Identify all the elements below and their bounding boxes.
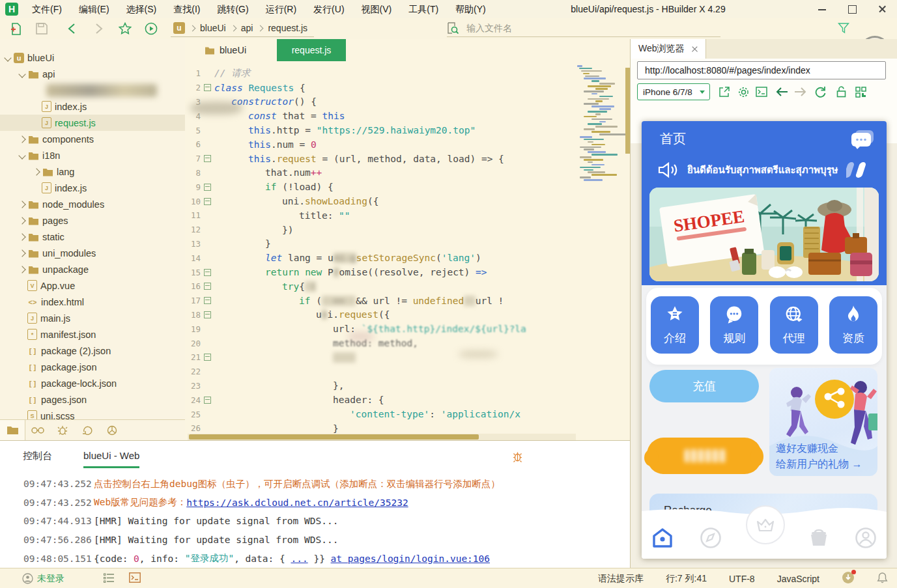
- tree-item-pages[interactable]: pages: [0, 212, 185, 229]
- editor-vertical-scrollbar[interactable]: [625, 68, 630, 154]
- tree-item-package.json[interactable]: [ ]package.json: [0, 359, 185, 375]
- fold-marker-icon[interactable]: [203, 283, 212, 290]
- announcement-bar[interactable]: ยินดีต้อนรับสุภาพสตรีและสุภาพบุรุษจา: [657, 158, 872, 182]
- code-area[interactable]: 1// 请求2class Requests {3constructor() {4…: [185, 61, 630, 434]
- line-number[interactable]: 22: [185, 367, 203, 376]
- menu-工具T[interactable]: 工具(T): [400, 0, 447, 18]
- menu-运行R[interactable]: 运行(R): [257, 0, 305, 18]
- run-icon[interactable]: [143, 21, 159, 36]
- line-number[interactable]: 26: [185, 423, 203, 433]
- tree-item-static[interactable]: static: [0, 229, 185, 245]
- fold-marker-icon[interactable]: [203, 184, 212, 191]
- tab-profile-icon[interactable]: [853, 525, 879, 551]
- tree-item-uni_modules[interactable]: uni_modules: [0, 245, 185, 261]
- tab-vip-icon[interactable]: [746, 505, 785, 544]
- refresh-icon[interactable]: [813, 85, 827, 99]
- line-number[interactable]: 20: [185, 339, 203, 348]
- line-number[interactable]: 21: [185, 352, 203, 362]
- line-number[interactable]: 14: [185, 253, 203, 263]
- recharge-button[interactable]: 充值: [649, 370, 759, 402]
- qrcode-icon[interactable]: [853, 85, 868, 99]
- chevron-open-icon[interactable]: [18, 152, 25, 159]
- bookmark-star-icon[interactable]: [117, 21, 133, 36]
- nav-button-代理[interactable]: 代理: [770, 296, 818, 354]
- tree-item-uni.scss[interactable]: Suni.scss: [0, 408, 185, 420]
- line-number[interactable]: 4: [185, 111, 203, 121]
- chevron-closed-icon[interactable]: [18, 266, 25, 273]
- line-number[interactable]: 8: [185, 168, 203, 178]
- chevron-closed-icon[interactable]: [18, 135, 25, 143]
- menu-文件F[interactable]: 文件(F): [23, 0, 70, 18]
- chevron-closed-icon[interactable]: [18, 201, 25, 208]
- tree-item-index.js[interactable]: Jindex.js: [0, 180, 185, 196]
- fold-marker-icon[interactable]: [203, 155, 212, 162]
- line-number[interactable]: 3: [185, 97, 203, 107]
- log-link[interactable]: https://ask.dcloud.net.cn/article/35232: [186, 497, 408, 508]
- menu-发行U[interactable]: 发行(U): [305, 0, 352, 18]
- tree-item-package-lock.json[interactable]: [ ]package-lock.json: [0, 375, 185, 391]
- breadcrumb-project[interactable]: blueUi: [200, 23, 226, 33]
- menu-编辑E[interactable]: 编辑(E): [70, 0, 118, 18]
- save-icon[interactable]: [34, 21, 50, 36]
- chevron-open-icon[interactable]: [18, 70, 25, 77]
- tab-discover-icon[interactable]: [698, 525, 724, 551]
- back-icon[interactable]: [64, 21, 79, 36]
- encoding-status[interactable]: UTF-8: [729, 574, 755, 584]
- language-mode[interactable]: JavaScript: [777, 574, 819, 584]
- close-icon[interactable]: [691, 46, 698, 52]
- tab-orders-icon[interactable]: [806, 525, 832, 551]
- tree-item-main.js[interactable]: Jmain.js: [0, 310, 185, 326]
- tree-item-blueUi[interactable]: ublueUi: [0, 49, 185, 66]
- tree-item-lang[interactable]: lang: [0, 163, 185, 180]
- breadcrumb-folder[interactable]: api: [241, 23, 253, 33]
- line-number[interactable]: 19: [185, 324, 203, 334]
- line-number[interactable]: 9: [185, 182, 203, 192]
- update-icon[interactable]: [842, 571, 855, 586]
- tree-item-api[interactable]: api: [0, 66, 185, 82]
- chevron-closed-icon[interactable]: [18, 233, 25, 240]
- console-tab-blueui-web[interactable]: blueUi - Web: [83, 450, 139, 468]
- fold-marker-icon[interactable]: [203, 354, 212, 361]
- plugins-tab-icon[interactable]: [100, 420, 124, 440]
- fold-marker-icon[interactable]: [203, 84, 212, 91]
- debug-bug-icon[interactable]: [512, 451, 523, 465]
- menu-选择S[interactable]: 选择(S): [118, 0, 165, 18]
- chevron-closed-icon[interactable]: [18, 249, 25, 257]
- device-selector[interactable]: iPhone 6/7/8: [637, 83, 710, 100]
- forward-icon[interactable]: [91, 21, 107, 36]
- tree-item-manifest.json[interactable]: *manifest.json: [0, 326, 185, 343]
- line-number[interactable]: 7: [185, 154, 203, 163]
- editor-tab-request-js[interactable]: request.js: [277, 39, 346, 61]
- line-number[interactable]: 2: [185, 83, 203, 92]
- open-external-icon[interactable]: [717, 85, 732, 99]
- search-tab-icon[interactable]: [25, 420, 50, 440]
- menu-视图V[interactable]: 视图(V): [353, 0, 401, 18]
- tree-item-i18n[interactable]: i18n: [0, 147, 185, 163]
- lock-icon[interactable]: [834, 85, 848, 99]
- code-editor[interactable]: blueUi request.js 1// 请求2class Requests …: [185, 39, 630, 440]
- line-number[interactable]: 6: [185, 139, 203, 149]
- log-link[interactable]: at pages/login/login.vue:106: [331, 553, 490, 564]
- filter-funnel-icon[interactable]: [838, 22, 849, 36]
- nav-button-资质[interactable]: 资质: [829, 296, 877, 354]
- chevron-closed-icon[interactable]: [18, 217, 25, 224]
- nav-button-规则[interactable]: 规则: [710, 296, 758, 354]
- tree-item-unpackage[interactable]: unpackage: [0, 261, 185, 277]
- tree-item-package (2).json[interactable]: [ ]package (2).json: [0, 343, 185, 359]
- notifications-bell-icon[interactable]: [877, 572, 888, 585]
- menu-跳转G[interactable]: 跳转(G): [208, 0, 257, 18]
- line-number[interactable]: 24: [185, 395, 203, 405]
- file-search-box[interactable]: [447, 20, 720, 37]
- banner-carousel[interactable]: SHOPEE: [649, 188, 879, 281]
- log-link[interactable]: ...: [291, 553, 307, 564]
- fold-marker-icon[interactable]: [203, 397, 212, 404]
- git-sync-tab-icon[interactable]: [75, 420, 100, 440]
- line-number[interactable]: 15: [185, 268, 203, 277]
- tree-item-pages.json[interactable]: [ ]pages.json: [0, 391, 185, 408]
- nav-forward-icon[interactable]: [793, 85, 808, 99]
- line-number[interactable]: 23: [185, 381, 203, 391]
- editor-horizontal-scrollbar[interactable]: [188, 434, 576, 440]
- menu-帮助Y[interactable]: 帮助(Y): [447, 0, 494, 18]
- close-button[interactable]: [867, 0, 897, 18]
- tree-item-node_modules[interactable]: node_modules: [0, 196, 185, 212]
